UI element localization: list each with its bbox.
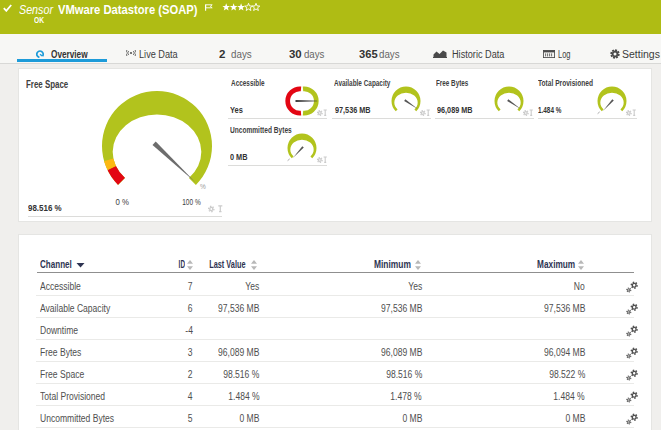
svg-text:%: % — [200, 183, 206, 190]
